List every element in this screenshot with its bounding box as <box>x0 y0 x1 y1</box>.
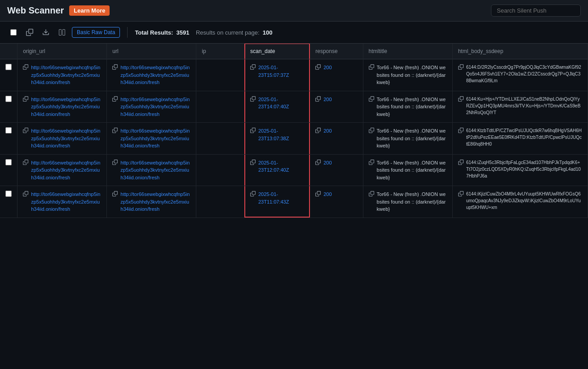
url-text[interactable]: http://tor66sewebgixwhcqfnp5inzp5x5uohhd… <box>120 127 190 150</box>
copy-origin-icon[interactable] <box>23 128 28 135</box>
ssdeep-cell: 6144:iKjizlCuwZbO4M9rL4vUYuupt5KHWUwRfxF… <box>452 186 588 218</box>
scan-date-cell: 2025-01-23T15:07:37Z <box>244 59 309 91</box>
scan-date-cell: 2025-01-23T13:07:38Z <box>244 123 309 155</box>
ssdeep-cell: 6144:KtzbTdtUP/CZTwclPsUJUQctkR7w6hqBHgV… <box>452 123 588 155</box>
row-checkbox[interactable] <box>5 127 12 133</box>
app-title: Web Scanner <box>7 5 64 16</box>
copy-url-icon[interactable] <box>112 160 118 167</box>
data-table: origin_url url ip scan_date response htm… <box>0 44 588 218</box>
htmltitle-cell: Tor66 - New (fresh) .ONION websites foun… <box>363 154 452 186</box>
copy-title-icon[interactable] <box>369 160 374 167</box>
ssdeep-text: 6144:iKjizlCuwZbO4M9rL4vUYuupt5KHWUwRfxF… <box>466 191 582 211</box>
copy-date-icon[interactable] <box>250 160 256 167</box>
row-checkbox[interactable] <box>5 191 12 197</box>
copy-response-icon[interactable] <box>315 128 321 135</box>
copy-ssdeep-icon[interactable] <box>458 128 464 135</box>
response-text[interactable]: 200 <box>323 127 332 135</box>
copy-origin-icon[interactable] <box>23 96 28 104</box>
copy-origin-icon[interactable] <box>23 64 28 72</box>
columns-icon[interactable] <box>56 26 68 39</box>
url-text[interactable]: http://tor66sewebgixwhcqfnp5inzp5x5uohhd… <box>120 191 190 213</box>
url-text[interactable]: http://tor66sewebgixwhcqfnp5inzp5x5uohhd… <box>120 159 190 182</box>
select-all-checkbox[interactable] <box>10 29 17 36</box>
copy-response-icon[interactable] <box>315 191 321 199</box>
ip-cell <box>196 59 245 91</box>
copy-response-icon[interactable] <box>315 160 321 167</box>
ip-cell <box>196 186 245 218</box>
origin-url-text[interactable]: http://tor66sewebgixwhcqfnp5inzp5x5uohhd… <box>31 127 101 150</box>
toolbar: Basic Raw Data Total Results: 3591 Resul… <box>0 22 588 44</box>
response-text[interactable]: 200 <box>323 96 332 103</box>
copy-ssdeep-icon[interactable] <box>458 160 464 167</box>
th-scan-date: scan_date <box>244 44 309 59</box>
url-cell: http://tor66sewebgixwhcqfnp5inzp5x5uohhd… <box>107 59 196 91</box>
scan-date-text[interactable]: 2025-01-23T15:07:37Z <box>258 64 304 79</box>
copy-response-icon[interactable] <box>315 96 321 104</box>
scan-date-text[interactable]: 2025-01-23T13:07:38Z <box>258 127 304 142</box>
row-checkbox[interactable] <box>5 64 12 70</box>
origin-url-cell: http://tor66sewebgixwhcqfnp5inzp5x5uohhd… <box>18 154 107 186</box>
response-cell: 200 <box>310 59 363 91</box>
ip-cell <box>196 123 245 155</box>
copy-url-icon[interactable] <box>112 191 118 199</box>
ssdeep-text: 6144:KtzbTdtUP/CZTwclPsUJUQctkR7w6hqBHgV… <box>466 127 582 147</box>
copy-origin-icon[interactable] <box>23 160 28 167</box>
scan-date-text[interactable]: 2025-01-23T14:07:40Z <box>258 96 304 111</box>
htmltitle-cell: Tor66 - New (fresh) .ONION websites foun… <box>363 59 452 91</box>
origin-url-text[interactable]: http://tor66sewebgixwhcqfnp5inzp5x5uohhd… <box>31 64 101 86</box>
url-text[interactable]: http://tor66sewebgixwhcqfnp5inzp5x5uohhd… <box>120 96 190 118</box>
copy-date-icon[interactable] <box>250 96 256 104</box>
row-checkbox-cell <box>0 186 18 218</box>
table-row: http://tor66sewebgixwhcqfnp5inzp5x5uohhd… <box>0 123 588 155</box>
copy-date-icon[interactable] <box>250 191 256 199</box>
response-text[interactable]: 200 <box>323 159 332 167</box>
url-text[interactable]: http://tor66sewebgixwhcqfnp5inzp5x5uohhd… <box>120 64 190 86</box>
origin-url-cell: http://tor66sewebgixwhcqfnp5inzp5x5uohhd… <box>18 123 107 155</box>
scan-date-text[interactable]: 2025-01-23T11:07:43Z <box>258 191 304 205</box>
response-text[interactable]: 200 <box>323 64 332 71</box>
copy-date-icon[interactable] <box>250 64 256 72</box>
copy-title-icon[interactable] <box>369 191 374 199</box>
copy-date-icon[interactable] <box>250 128 256 135</box>
copy-origin-icon[interactable] <box>23 191 28 199</box>
copy-response-icon[interactable] <box>315 64 321 72</box>
copy-ssdeep-icon[interactable] <box>458 64 464 72</box>
row-checkbox-cell <box>0 59 18 91</box>
copy-url-icon[interactable] <box>112 64 118 72</box>
copy-ssdeep-icon[interactable] <box>458 191 464 199</box>
th-response: response <box>310 44 363 59</box>
copy-ssdeep-icon[interactable] <box>458 96 464 104</box>
ssdeep-text: 6144:iZuqH5c3RbjcIfpFaLgcE34ad107HbhPJkT… <box>466 159 582 179</box>
learn-more-button[interactable]: Learn More <box>69 5 110 16</box>
table-header-row: origin_url url ip scan_date response htm… <box>0 44 588 59</box>
search-input[interactable] <box>491 4 581 17</box>
total-results-info: Total Results: 3591 Results on current p… <box>135 29 272 36</box>
origin-url-text[interactable]: http://tor66sewebgixwhcqfnp5inzp5x5uohhd… <box>31 96 101 118</box>
basic-raw-data-button[interactable]: Basic Raw Data <box>72 27 120 38</box>
scan-date-text[interactable]: 2025-01-23T12:07:40Z <box>258 159 304 174</box>
copy-title-icon[interactable] <box>369 64 374 72</box>
response-cell: 200 <box>310 154 363 186</box>
origin-url-text[interactable]: http://tor66sewebgixwhcqfnp5inzp5x5uohhd… <box>31 191 101 213</box>
table-row: http://tor66sewebgixwhcqfnp5inzp5x5uohhd… <box>0 186 588 218</box>
origin-url-text[interactable]: http://tor66sewebgixwhcqfnp5inzp5x5uohhd… <box>31 159 101 182</box>
htmltitle-text: Tor66 - New (fresh) .ONION websites foun… <box>377 191 447 213</box>
htmltitle-text: Tor66 - New (fresh) .ONION websites foun… <box>377 159 447 182</box>
copy-icon[interactable] <box>23 26 36 39</box>
url-cell: http://tor66sewebgixwhcqfnp5inzp5x5uohhd… <box>107 91 196 123</box>
copy-url-icon[interactable] <box>112 128 118 135</box>
url-cell: http://tor66sewebgixwhcqfnp5inzp5x5uohhd… <box>107 154 196 186</box>
copy-url-icon[interactable] <box>112 96 118 104</box>
row-checkbox[interactable] <box>5 159 12 165</box>
htmltitle-cell: Tor66 - New (fresh) .ONION websites foun… <box>363 91 452 123</box>
download-icon[interactable] <box>40 26 52 39</box>
copy-title-icon[interactable] <box>369 128 374 135</box>
copy-title-icon[interactable] <box>369 96 374 104</box>
results-page-label: Results on current page: <box>196 29 260 36</box>
ssdeep-cell: 6144:D/2R2lyCsscdrQg7Pr9pjOQJlqC3cYdGBwm… <box>452 59 588 91</box>
ssdeep-text: 6144:Ku+Hjs+/YTDmLLXEJ/CaS1neB2NhpLOdnQo… <box>466 96 582 116</box>
ssdeep-cell: 6144:iZuqH5c3RbjcIfpFaLgcE34ad107HbhPJkT… <box>452 154 588 186</box>
row-checkbox[interactable] <box>5 96 12 102</box>
row-checkbox-cell <box>0 123 18 155</box>
response-text[interactable]: 200 <box>323 191 332 198</box>
